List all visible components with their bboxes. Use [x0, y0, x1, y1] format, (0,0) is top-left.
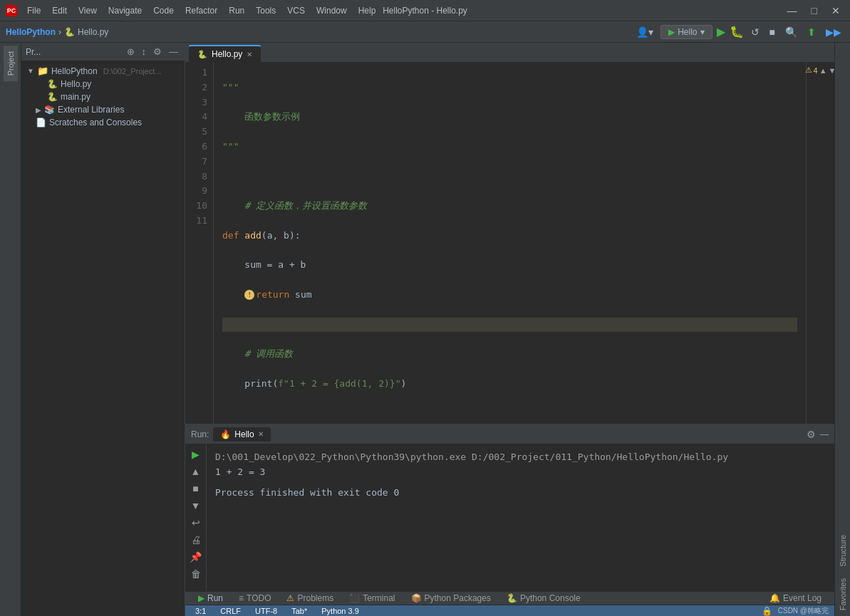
run-config-button[interactable]: ▶ Hello ▾ [660, 25, 712, 39]
run-tab-icon: 🔥 [220, 429, 231, 439]
line-num-9: 9 [185, 184, 207, 199]
tab-file-icon: 🐍 [197, 50, 207, 59]
tree-item-main[interactable]: 🐍 main.py [21, 90, 185, 103]
bottom-tab-python-console[interactable]: 🐍 Python Console [499, 592, 588, 605]
editor-tabs: 🐍 Hello.py ✕ [185, 43, 834, 63]
code-line-2: 函数参数示例 [222, 110, 797, 125]
status-line-ending[interactable]: CRLF [216, 607, 245, 615]
code-line-9 [222, 318, 797, 333]
run-print-icon[interactable]: 🖨 [191, 534, 201, 545]
ext-lib-icon: 📚 [44, 105, 55, 115]
panel-settings-btn[interactable]: ⚙ [151, 46, 164, 58]
code-line-4 [222, 169, 797, 184]
app-icon: PC [6, 5, 17, 16]
sidebar-tab-project[interactable]: Project [4, 46, 18, 81]
run-tab-hello[interactable]: 🔥 Hello ✕ [213, 427, 270, 442]
bottom-tab-todo[interactable]: ≡ TODO [232, 592, 278, 605]
menu-file[interactable]: File [23, 4, 45, 17]
panel-collapse-btn[interactable]: ⊕ [125, 46, 137, 58]
run-tab-close[interactable]: ✕ [258, 430, 264, 438]
status-position[interactable]: 3:1 [191, 607, 210, 615]
code-line-5: # 定义函数，并设置函数参数 [222, 199, 797, 214]
favorites-tab[interactable]: Favorites [836, 573, 850, 616]
run-minimize-btn[interactable]: — [820, 429, 829, 439]
menu-view[interactable]: View [74, 4, 101, 17]
warning-count: 4 [814, 66, 818, 75]
editor-content: 1 2 3 4 5 6 7 8 9 10 11 """ 函数参数示例 """ #… [185, 63, 834, 424]
window-title: HelloPython - Hello.py [383, 6, 467, 16]
panel-close-btn[interactable]: — [167, 46, 180, 58]
status-encoding[interactable]: UTF-8 [251, 607, 281, 615]
debug-button[interactable]: 🐛 [730, 25, 744, 38]
bottom-tab-terminal[interactable]: ⬛ Terminal [342, 592, 402, 605]
tree-item-hello[interactable]: 🐍 Hello.py [21, 78, 185, 90]
editor-tab-hello[interactable]: 🐍 Hello.py ✕ [188, 45, 261, 62]
stop-button[interactable]: ■ [767, 25, 778, 39]
minimize-button[interactable]: — [783, 5, 802, 16]
menu-refactor[interactable]: Refactor [181, 4, 222, 17]
status-indent[interactable]: Tab* [287, 607, 311, 615]
bottom-tab-python-packages[interactable]: 📦 Python Packages [404, 592, 498, 605]
tab-label: Hello.py [212, 49, 242, 59]
coverage-button[interactable]: ↺ [748, 25, 762, 39]
run-button[interactable]: ▶ [717, 25, 725, 38]
status-language[interactable]: Python 3.9 [317, 607, 363, 615]
menu-help[interactable]: Help [354, 4, 380, 17]
line-num-2: 2 [185, 80, 207, 95]
line-num-7: 7 [185, 155, 207, 169]
tab-close-btn[interactable]: ✕ [247, 51, 252, 58]
run-wrap-icon[interactable]: ↩ [192, 517, 200, 528]
scratch-icon: 📄 [36, 118, 46, 127]
warning-triangle-icon: ⚠ [805, 66, 812, 75]
user-icon[interactable]: 👤▾ [633, 25, 656, 39]
structure-tab[interactable]: Structure [836, 529, 850, 573]
run-scroll-up-icon[interactable]: ▲ [191, 466, 201, 477]
menu-navigate[interactable]: Navigate [104, 4, 146, 17]
line-num-11: 11 [185, 214, 207, 229]
line-num-6: 6 [185, 140, 207, 155]
panel-expand-btn[interactable]: ↕ [140, 46, 149, 58]
maximize-button[interactable]: □ [807, 5, 822, 16]
tree-item-scratches[interactable]: 📄 Scratches and Consoles [21, 116, 185, 129]
warning-nav-up[interactable]: ▲ [819, 66, 827, 75]
console-icon: 🐍 [507, 593, 517, 603]
menu-tools[interactable]: Tools [252, 4, 280, 17]
warning-nav-down[interactable]: ▼ [829, 66, 834, 75]
bottom-tab-event-log[interactable]: 🔔 Event Log [762, 592, 829, 605]
left-sidebar-strip: Project [0, 43, 21, 616]
tree-item-ext-lib[interactable]: ▶ 📚 External Libraries [21, 103, 185, 116]
run-tab-icon-bottom: ▶ [198, 593, 204, 603]
tree-label-main: main.py [61, 92, 90, 102]
close-button[interactable]: ✕ [827, 5, 844, 16]
tree-item-root[interactable]: ▼ 📁 HelloPython D:\002_Project... [21, 64, 185, 78]
more-button[interactable]: ▶▶ [823, 25, 844, 39]
menu-run[interactable]: Run [224, 4, 249, 17]
code-editor[interactable]: """ 函数参数示例 """ # 定义函数，并设置函数参数 def add(a,… [214, 63, 806, 424]
run-settings-icon[interactable]: ⚙ [807, 429, 816, 440]
window-controls: — □ ✕ [783, 5, 844, 16]
menu-window[interactable]: Window [312, 4, 351, 17]
menu-code[interactable]: Code [149, 4, 178, 17]
run-pin-icon[interactable]: 📌 [190, 551, 202, 563]
bottom-tab-problems[interactable]: ⚠ Problems [279, 592, 341, 605]
breadcrumb-project[interactable]: HelloPython [6, 27, 56, 37]
run-scroll-down-icon[interactable]: ▼ [191, 500, 201, 511]
bottom-tab-todo-label: TODO [247, 593, 271, 603]
title-bar: PC File Edit View Navigate Code Refactor… [0, 0, 850, 21]
run-panel: Run: 🔥 Hello ✕ ⚙ — ▶ ▲ ■ ▼ ↩ 🖨 [185, 424, 834, 591]
menu-vcs[interactable]: VCS [283, 4, 309, 17]
bottom-tab-run[interactable]: ▶ Run [191, 592, 230, 605]
run-play-icon[interactable]: ▶ [192, 449, 199, 460]
line-num-8: 8 [185, 169, 207, 184]
expand-arrow-root: ▼ [27, 67, 34, 75]
todo-icon: ≡ [239, 593, 244, 603]
project-tree: ▼ 📁 HelloPython D:\002_Project... 🐍 Hell… [21, 61, 185, 616]
search-button[interactable]: 🔍 [782, 25, 800, 39]
breadcrumb-file[interactable]: Hello.py [78, 27, 108, 37]
bottom-tab-eventlog-label: Event Log [783, 593, 822, 603]
code-line-10: # 调用函数 [222, 347, 797, 362]
update-button[interactable]: ⬆ [804, 25, 819, 39]
run-filter-icon[interactable]: 🗑 [191, 568, 201, 580]
menu-edit[interactable]: Edit [48, 4, 71, 17]
run-stop-icon[interactable]: ■ [192, 483, 198, 494]
